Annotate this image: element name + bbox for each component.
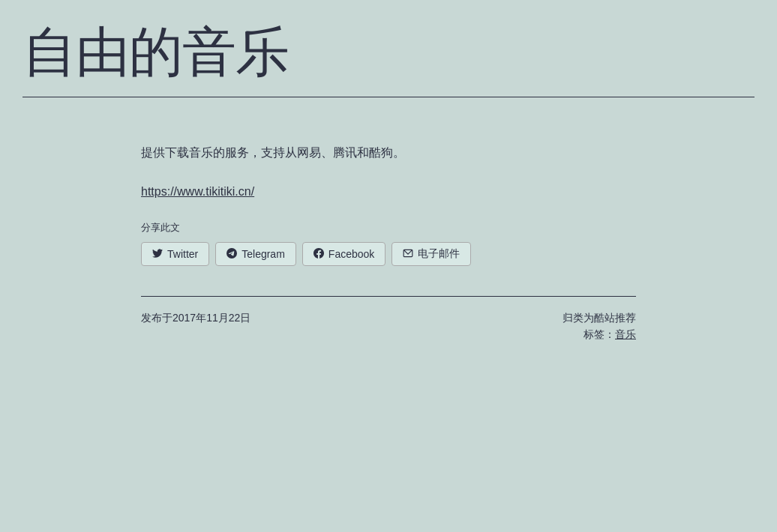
email-icon [403, 248, 413, 260]
telegram-label: Telegram [242, 248, 285, 260]
main-content: 提供下载音乐的服务，支持从网易、腾讯和酷狗。 https://www.tikit… [126, 97, 651, 372]
share-buttons: Twitter Telegram Facebook [141, 242, 636, 266]
site-header: 自由的音乐 [0, 0, 777, 97]
telegram-icon [226, 248, 237, 260]
site-title: 自由的音乐 [22, 22, 754, 82]
share-label: 分享此文 [141, 221, 636, 235]
email-label: 电子邮件 [418, 247, 460, 261]
twitter-share-button[interactable]: Twitter [141, 242, 209, 266]
post-tag-line: 标签：音乐 [562, 328, 636, 342]
footer-divider [141, 296, 636, 297]
post-category: 归类为酷站推荐 [562, 312, 636, 325]
post-description: 提供下载音乐的服务，支持从网易、腾讯和酷狗。 [141, 142, 636, 163]
facebook-label: Facebook [328, 248, 374, 260]
post-link[interactable]: https://www.tikitiki.cn/ [141, 185, 636, 199]
telegram-share-button[interactable]: Telegram [215, 242, 296, 266]
facebook-share-button[interactable]: Facebook [302, 242, 386, 266]
tag-link[interactable]: 音乐 [615, 328, 636, 340]
tags-prefix: 标签： [584, 328, 615, 340]
share-section: 分享此文 Twitter Telegram [141, 221, 636, 266]
post-tags: 归类为酷站推荐 标签：音乐 [562, 312, 636, 342]
twitter-icon [152, 248, 163, 260]
twitter-label: Twitter [167, 248, 198, 260]
email-share-button[interactable]: 电子邮件 [392, 242, 471, 266]
post-date: 发布于2017年11月22日 [141, 312, 250, 325]
post-meta: 发布于2017年11月22日 归类为酷站推荐 标签：音乐 [141, 312, 636, 342]
facebook-icon [314, 248, 324, 260]
